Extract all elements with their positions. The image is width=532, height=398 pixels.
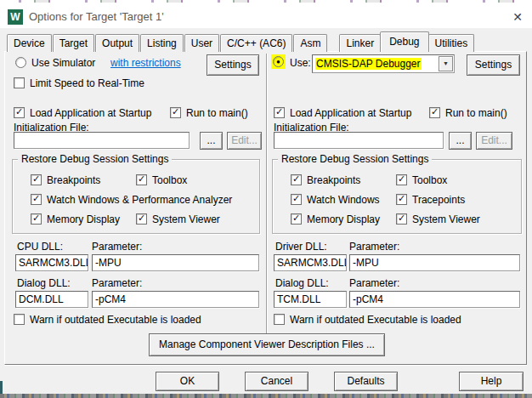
left-watch-windows-checkbox[interactable]: ✓ [31, 194, 42, 205]
right-toolbox-checkbox[interactable]: ✓ [396, 174, 407, 185]
left-memory-display-label: Memory Display [47, 214, 120, 225]
left-restore-group-title: Restore Debug Session Settings [18, 153, 172, 165]
left-edit-button[interactable]: Edit... [227, 132, 262, 150]
driver-dll-input[interactable]: SARMCM3.DLL [274, 254, 347, 271]
left-toolbox-label: Toolbox [152, 175, 187, 186]
cpu-param-input[interactable]: -MPU [92, 254, 259, 271]
chevron-down-icon[interactable]: ▼ [439, 56, 453, 71]
right-breakpoints-checkbox[interactable]: ✓ [291, 174, 302, 185]
manage-component-viewer-button[interactable]: Manage Component Viewer Description File… [149, 333, 385, 356]
driver-param-label: Parameter: [349, 242, 399, 253]
help-button[interactable]: Help [459, 372, 524, 391]
window-title: Options for Target 'Target 1' [29, 10, 164, 23]
background-artifact-left [0, 381, 3, 394]
right-breakpoints-label: Breakpoints [307, 175, 360, 186]
tab-output[interactable]: Output [95, 34, 139, 52]
close-icon[interactable]: ✕ [507, 8, 529, 26]
use-radio-highlight: ● [271, 54, 286, 69]
right-dialog-param-input[interactable]: -pCM4 [349, 291, 520, 308]
right-browse-button[interactable]: ... [449, 132, 472, 150]
right-warn-checkbox[interactable] [274, 314, 285, 325]
left-browse-button[interactable]: ... [200, 132, 223, 150]
tab-debug[interactable]: Debug [380, 31, 428, 52]
use-simulator-radio[interactable] [15, 57, 26, 68]
cpu-dll-input[interactable]: SARMCM3.DLL [15, 254, 88, 271]
left-dialog-dll-input[interactable]: DCM.DLL [15, 291, 88, 308]
use-simulator-label: Use Simulator [31, 58, 95, 69]
left-warn-label: Warn if outdated Executable is loaded [30, 315, 201, 326]
right-memory-display-label: Memory Display [307, 214, 380, 225]
left-init-file-input[interactable] [14, 132, 190, 149]
right-run-main-checkbox[interactable]: ✓ [429, 107, 440, 118]
limit-speed-checkbox[interactable] [14, 77, 25, 88]
simulator-settings-button[interactable]: Settings [207, 54, 259, 76]
tab-linker[interactable]: Linker [339, 34, 381, 52]
right-memory-display-checkbox[interactable]: ✓ [291, 213, 302, 225]
right-restore-group-title: Restore Debug Session Settings [278, 153, 432, 165]
tab-strip: Device Target Output Listing User C/C++ … [7, 31, 475, 52]
right-system-viewer-checkbox[interactable]: ✓ [396, 213, 407, 225]
left-dialog-param-input[interactable]: -pCM4 [92, 291, 259, 308]
background-artifact-bottom [0, 394, 532, 398]
driver-dll-label: Driver DLL: [275, 242, 327, 253]
limit-speed-label: Limit Speed to Real-Time [30, 78, 144, 89]
tab-utilities[interactable]: Utilities [428, 34, 475, 52]
defaults-button[interactable]: Defaults [334, 372, 398, 391]
tab-target[interactable]: Target [53, 34, 94, 52]
use-debugger-radio[interactable]: ● [273, 56, 284, 67]
right-dialog-param-label: Parameter: [349, 278, 399, 289]
left-warn-checkbox[interactable] [14, 314, 25, 325]
left-dialog-dll-label: Dialog DLL: [17, 278, 71, 289]
left-load-app-label: Load Application at Startup [30, 108, 151, 119]
keil-logo-icon: W [8, 9, 23, 25]
right-watch-windows-label: Watch Windows [307, 195, 380, 206]
driver-param-input[interactable]: -MPU [349, 254, 520, 271]
cpu-dll-label: CPU DLL: [17, 242, 63, 253]
cpu-param-label: Parameter: [92, 242, 142, 253]
right-edit-button[interactable]: Edit... [476, 132, 512, 150]
debugger-select[interactable]: CMSIS-DAP Debugger ▼ [312, 54, 455, 73]
ok-button[interactable]: OK [156, 372, 219, 391]
use-label: Use: [290, 58, 311, 69]
right-system-viewer-label: System Viewer [412, 214, 480, 225]
left-watch-windows-label: Watch Windows & Performance Analyzer [47, 195, 232, 206]
title-bar: W Options for Target 'Target 1' ✕ [0, 3, 532, 28]
right-init-file-input[interactable] [274, 132, 444, 149]
left-run-main-checkbox[interactable]: ✓ [170, 107, 181, 118]
options-dialog: W Options for Target 'Target 1' ✕ Device… [0, 0, 532, 398]
left-memory-display-checkbox[interactable]: ✓ [31, 213, 42, 225]
right-toolbox-label: Toolbox [412, 175, 447, 186]
right-tracepoints-checkbox[interactable]: ✓ [396, 194, 407, 205]
debugger-select-value: CMSIS-DAP Debugger [315, 58, 422, 70]
tab-cpp[interactable]: C/C++ (AC6) [220, 34, 292, 52]
left-dialog-param-label: Parameter: [92, 278, 142, 289]
left-system-viewer-label: System Viewer [152, 214, 220, 225]
right-load-app-checkbox[interactable]: ✓ [274, 107, 285, 118]
left-toolbox-checkbox[interactable]: ✓ [136, 174, 147, 185]
tab-user[interactable]: User [184, 34, 219, 52]
right-tracepoints-label: Tracepoints [412, 195, 465, 206]
right-watch-windows-checkbox[interactable]: ✓ [291, 194, 302, 205]
left-run-main-label: Run to main() [186, 108, 248, 119]
right-warn-label: Warn if outdated Executable is loaded [290, 315, 461, 326]
left-breakpoints-label: Breakpoints [47, 175, 100, 186]
tab-listing[interactable]: Listing [140, 34, 184, 52]
right-dialog-dll-input[interactable]: TCM.DLL [274, 291, 347, 308]
left-system-viewer-checkbox[interactable]: ✓ [136, 213, 147, 225]
right-dialog-dll-label: Dialog DLL: [275, 278, 329, 289]
with-restrictions-link[interactable]: with restrictions [110, 58, 181, 69]
tab-device[interactable]: Device [7, 34, 52, 52]
right-load-app-label: Load Application at Startup [290, 108, 411, 119]
cancel-button[interactable]: Cancel [245, 372, 308, 391]
tab-asm[interactable]: Asm [293, 34, 327, 52]
panel-divider [266, 54, 268, 333]
left-breakpoints-checkbox[interactable]: ✓ [31, 174, 42, 185]
left-load-app-checkbox[interactable]: ✓ [14, 107, 25, 118]
right-run-main-label: Run to main() [445, 108, 507, 119]
debugger-settings-button[interactable]: Settings [467, 54, 520, 76]
